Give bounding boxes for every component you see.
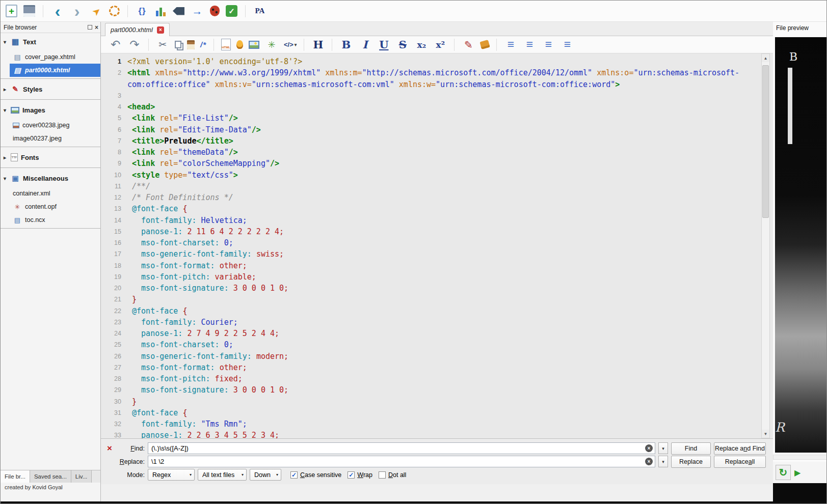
reports-icon[interactable] — [155, 6, 167, 16]
find-history-dropdown-icon[interactable]: ▾ — [658, 442, 668, 454]
editor-tab[interactable]: part0000.xhtml × — [105, 23, 170, 36]
expander-icon[interactable]: ▸ — [4, 87, 11, 92]
clear-find-icon[interactable]: × — [645, 444, 653, 452]
section-fonts[interactable]: ▸TTFFonts — [1, 149, 100, 166]
find-button[interactable]: Find — [671, 442, 711, 455]
italic-icon[interactable]: I — [358, 38, 371, 51]
refresh-preview-icon[interactable]: ↻ — [776, 465, 791, 480]
editor-scrollbar[interactable]: ▲ ▼ — [761, 53, 770, 438]
file-item-label: content.opf — [25, 203, 57, 210]
chevron-down-icon: ▾ — [242, 472, 244, 477]
insert-tag-icon[interactable]: </>▾ — [284, 38, 297, 51]
close-tab-icon[interactable]: × — [157, 26, 164, 34]
file-item-part0000.xhtml[interactable]: ▤part0000.xhtml — [10, 64, 100, 77]
subscript-icon[interactable]: x₂ — [415, 38, 428, 51]
undo-icon[interactable]: ↶ — [109, 38, 122, 51]
lightbulb-icon[interactable] — [236, 40, 243, 49]
replace-and-find-button[interactable]: Replace and Find — [714, 442, 766, 455]
sidebar-tab[interactable]: Liv... — [71, 470, 92, 483]
background-color-icon[interactable] — [480, 40, 490, 49]
replace-history-dropdown-icon[interactable]: ▾ — [658, 456, 668, 467]
insert-image-icon[interactable] — [249, 41, 259, 49]
checkbox-box[interactable]: ✓ — [290, 471, 298, 479]
html-file-icon[interactable]: HTML — [221, 39, 231, 50]
line-number: 28 — [101, 373, 127, 384]
justify-icon[interactable]: ≡ — [561, 38, 574, 51]
scrollbar-thumb[interactable] — [762, 65, 769, 218]
replace-all-button[interactable]: Replace all — [714, 456, 766, 468]
cut-icon[interactable]: ✂ — [156, 38, 169, 51]
check-book-icon[interactable] — [210, 6, 220, 16]
mode-select[interactable]: Regex▾ — [148, 469, 195, 481]
close-search-icon[interactable]: × — [105, 443, 114, 454]
run-preview-icon[interactable]: ▶ — [794, 468, 801, 478]
expander-icon[interactable]: ▾ — [4, 39, 11, 45]
line-number: 32 — [101, 418, 127, 430]
clear-replace-icon[interactable]: × — [645, 458, 653, 465]
bookmark-icon[interactable]: ➤ — [87, 2, 106, 20]
checkbox-box[interactable] — [379, 471, 386, 479]
close-panel-icon[interactable]: × — [95, 25, 98, 30]
undock-panel-icon[interactable] — [88, 25, 92, 30]
new-file-icon[interactable]: + — [6, 5, 17, 17]
superscript-icon[interactable]: x² — [434, 38, 447, 51]
replace-button[interactable]: Replace — [671, 456, 711, 468]
insert-file-icon[interactable]: → — [191, 5, 204, 18]
align-center-icon[interactable]: ≡ — [523, 38, 536, 51]
copy-icon[interactable] — [175, 41, 181, 48]
preview-hscrollbar[interactable] — [773, 455, 827, 460]
file-item-content.opf[interactable]: ✳content.opf — [1, 200, 100, 213]
file-item-cover00238.jpeg[interactable]: cover00238.jpeg — [1, 119, 100, 132]
align-right-icon[interactable]: ≡ — [542, 38, 555, 51]
checkbox-case-sensitive[interactable]: ✓Case sensitive — [290, 471, 341, 479]
tag-icon[interactable] — [173, 7, 184, 15]
redo-icon[interactable]: ↷ — [128, 38, 141, 51]
sidebar-tab[interactable]: Saved sea... — [30, 470, 71, 483]
pa-letters-icon[interactable]: PA — [253, 5, 266, 18]
forward-icon[interactable]: › — [70, 5, 84, 18]
checkbox-box[interactable]: ✓ — [348, 471, 355, 479]
spell-check-icon[interactable]: ✓ — [226, 5, 237, 17]
checkbox-wrap[interactable]: ✓Wrap — [348, 471, 372, 479]
file-item-toc.ncx[interactable]: ▤toc.ncx — [1, 213, 100, 227]
toolbar-separator — [127, 5, 128, 17]
align-left-icon[interactable]: ≡ — [504, 38, 517, 51]
scroll-up-icon[interactable]: ▲ — [762, 54, 769, 62]
heading-icon[interactable]: H — [311, 38, 325, 51]
text-color-icon[interactable]: ✎ — [462, 38, 475, 51]
paste-icon[interactable] — [187, 40, 195, 49]
code-editor[interactable]: 1<?xml version='1.0' encoding='utf-8'?>2… — [101, 53, 773, 438]
section-separator — [1, 167, 100, 168]
section-miscellaneous[interactable]: ▾▣Miscellaneous — [1, 170, 100, 187]
scroll-down-icon[interactable]: ▼ — [762, 430, 769, 438]
section-text[interactable]: ▾▦Text — [1, 33, 100, 50]
section-images[interactable]: ▾Images — [1, 101, 100, 119]
direction-select[interactable]: Down▾ — [250, 469, 281, 481]
strikethrough-icon[interactable]: S — [396, 38, 409, 51]
bottom-edge-bar — [1, 501, 826, 504]
braces-icon[interactable]: {} — [136, 5, 149, 18]
save-icon[interactable] — [23, 5, 35, 17]
bold-icon[interactable]: B — [339, 38, 353, 51]
file-item-container.xml[interactable]: container.xml — [1, 187, 100, 200]
section-styles[interactable]: ▸✎Styles — [1, 80, 100, 98]
comment-icon[interactable]: /* — [200, 38, 206, 51]
special-character-icon[interactable]: ✳ — [265, 38, 278, 51]
mark-text-icon[interactable] — [109, 6, 120, 16]
checkbox-dot-all[interactable]: Dot all — [379, 471, 406, 479]
expander-icon[interactable]: ▾ — [4, 176, 11, 181]
underline-icon[interactable]: U — [377, 38, 390, 51]
find-input[interactable] — [148, 442, 655, 454]
file-item-image00237.jpeg[interactable]: image00237.jpeg — [1, 132, 100, 145]
line-number — [101, 79, 127, 90]
code-line: 24 panose-1: 2 7 4 9 2 2 5 2 4 4; — [101, 328, 773, 339]
opf-icon: ✳ — [13, 203, 22, 211]
scope-select[interactable]: All text files▾ — [198, 469, 247, 481]
expander-icon[interactable]: ▸ — [4, 155, 11, 160]
sidebar-tab[interactable]: File br... — [1, 470, 30, 483]
file-item-cover_page.xhtml[interactable]: ▤cover_page.xhtml — [1, 50, 100, 64]
replace-input[interactable] — [148, 456, 655, 467]
toolbar-separator — [454, 39, 455, 51]
back-icon[interactable]: ‹ — [51, 5, 64, 18]
expander-icon[interactable]: ▾ — [4, 107, 11, 113]
